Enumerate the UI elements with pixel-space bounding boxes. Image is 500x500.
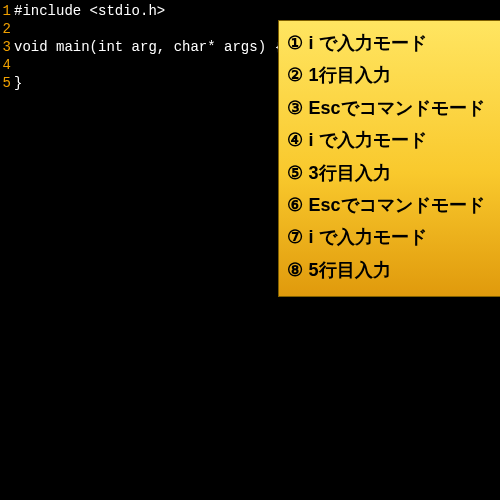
instruction-item: ⑦i で入力モード [287, 221, 500, 253]
line-number: 1 [0, 2, 14, 20]
step-text: 1行目入力 [309, 65, 391, 85]
step-number-icon: ⑦ [287, 221, 309, 253]
step-text: 5行目入力 [309, 260, 391, 280]
step-text: Escでコマンドモード [309, 195, 485, 215]
step-text: 3行目入力 [309, 163, 391, 183]
code-text: void main(int arg, char* args) { [14, 38, 283, 56]
instruction-item: ②1行目入力 [287, 59, 500, 91]
instruction-item: ①i で入力モード [287, 27, 500, 59]
instruction-item: ⑤3行目入力 [287, 157, 500, 189]
instruction-overlay: ①i で入力モード ②1行目入力 ③Escでコマンドモード ④i で入力モード … [278, 20, 500, 297]
step-number-icon: ⑤ [287, 157, 309, 189]
line-number: 4 [0, 56, 14, 74]
step-number-icon: ① [287, 27, 309, 59]
instruction-item: ③Escでコマンドモード [287, 92, 500, 124]
instruction-item: ⑧5行目入力 [287, 254, 500, 286]
line-number: 2 [0, 20, 14, 38]
instruction-item: ⑥Escでコマンドモード [287, 189, 500, 221]
line-number: 5 [0, 74, 14, 92]
step-text: Escでコマンドモード [309, 98, 485, 118]
step-number-icon: ⑥ [287, 189, 309, 221]
code-line: 1 #include <stdio.h> [0, 2, 500, 20]
step-number-icon: ③ [287, 92, 309, 124]
step-text: i で入力モード [309, 33, 427, 53]
step-text: i で入力モード [309, 130, 427, 150]
code-text: #include <stdio.h> [14, 2, 165, 20]
line-number: 3 [0, 38, 14, 56]
instruction-item: ④i で入力モード [287, 124, 500, 156]
step-number-icon: ⑧ [287, 254, 309, 286]
code-text: } [14, 74, 22, 92]
step-number-icon: ② [287, 59, 309, 91]
step-number-icon: ④ [287, 124, 309, 156]
step-text: i で入力モード [309, 227, 427, 247]
